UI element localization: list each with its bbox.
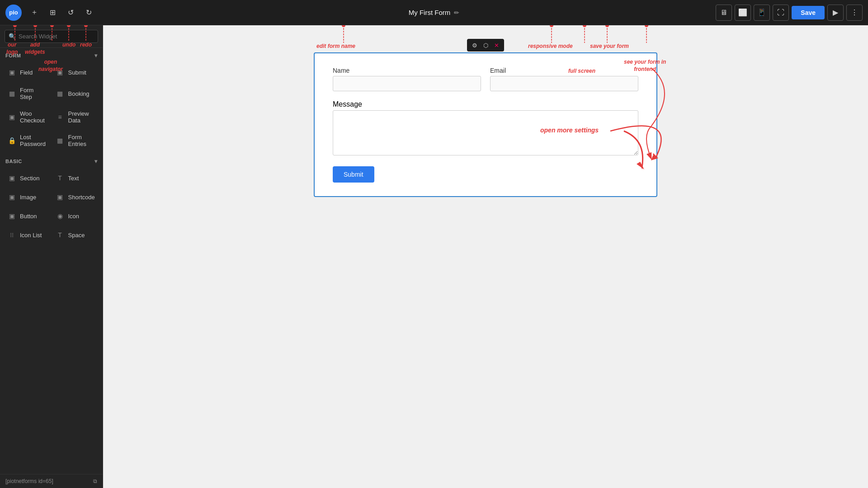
space-widget[interactable]: T Space: [52, 226, 99, 244]
message-label: Message: [333, 100, 362, 108]
message-input[interactable]: [333, 110, 638, 155]
redo-button[interactable]: ↻: [81, 5, 96, 20]
section-widget[interactable]: ▣ Section: [4, 169, 51, 187]
name-input[interactable]: [333, 76, 481, 91]
image-icon: ▣: [7, 192, 16, 202]
submit-icon: ▣: [56, 68, 65, 77]
sidebar-search-area: 🔍: [0, 25, 103, 48]
shortcode-widget[interactable]: ▣ Shortcode: [52, 188, 99, 206]
preview-data-icon: ≡: [56, 113, 65, 122]
fullscreen-button[interactable]: ⛶: [773, 5, 789, 21]
woo-checkout-icon: ▣: [7, 113, 16, 122]
field-label: Field: [20, 69, 33, 76]
email-field: Email: [490, 67, 638, 91]
canvas-area: ⚙ ⬡ ✕ Name Email Message: [103, 25, 868, 488]
icon-list-widget[interactable]: ⁝⁝ Icon List: [4, 226, 51, 244]
form-title-area: My First Form ✏: [409, 9, 459, 16]
shortcode-display: [piotnetforms id=65]: [5, 478, 53, 484]
sidebar: 🔍 FORM ▾ ▣ Field ▣ Submit ▦ Form Step ▦: [0, 25, 103, 488]
topbar: pio ＋ ⊞ ↺ ↻ My First Form ✏ 🖥 ⬜ 📱: [0, 0, 868, 25]
icon-icon: ◉: [56, 211, 65, 221]
copy-icon[interactable]: ⧉: [93, 478, 97, 484]
text-icon: T: [56, 174, 65, 183]
basic-section-label: BASIC: [5, 159, 22, 164]
image-widget[interactable]: ▣ Image: [4, 188, 51, 206]
field-widget[interactable]: ▣ Field: [4, 63, 51, 81]
basic-section-chevron: ▾: [94, 158, 98, 164]
space-icon: T: [56, 230, 65, 239]
tablet-icon: ⬜: [738, 8, 747, 17]
preview-button[interactable]: ▶: [827, 5, 844, 21]
button-label: Button: [20, 213, 37, 220]
search-box[interactable]: 🔍: [5, 30, 98, 43]
more-options-button[interactable]: ⋮: [846, 5, 863, 21]
form-widget-toolbar: ⚙ ⬡ ✕: [467, 39, 504, 52]
form-section-chevron: ▾: [94, 52, 98, 59]
search-input[interactable]: [19, 33, 94, 40]
icon-list-label: Icon List: [20, 232, 42, 239]
booking-widget[interactable]: ▦ Booking: [52, 82, 99, 105]
email-label: Email: [490, 67, 638, 74]
form-entries-widget[interactable]: ▦ Form Entries: [52, 129, 99, 152]
main-layout: 🔍 FORM ▾ ▣ Field ▣ Submit ▦ Form Step ▦: [0, 25, 868, 488]
topbar-right: 🖥 ⬜ 📱 ⛶ Save ▶ ⋮: [716, 5, 863, 21]
tablet-view-button[interactable]: ⬜: [735, 5, 751, 21]
form-entries-icon: ▦: [56, 136, 65, 145]
section-icon: ▣: [7, 174, 16, 183]
close-icon: ✕: [494, 42, 499, 49]
widget-duplicate-button[interactable]: ⬡: [481, 40, 491, 50]
lost-password-widget[interactable]: 🔒 Lost Password: [4, 129, 51, 152]
mobile-view-button[interactable]: 📱: [754, 5, 770, 21]
form-container: Name Email Message Submit: [314, 52, 657, 197]
settings-icon: ⚙: [472, 42, 477, 49]
shortcode-label: Shortcode: [68, 194, 95, 201]
undo-button[interactable]: ↺: [63, 5, 78, 20]
email-input[interactable]: [490, 76, 638, 91]
woo-checkout-widget[interactable]: ▣ Woo Checkout: [4, 106, 51, 128]
basic-section-header[interactable]: BASIC ▾: [0, 154, 103, 167]
topbar-actions: ＋ ⊞ ↺ ↻: [27, 5, 96, 20]
search-icon: 🔍: [9, 33, 16, 40]
sidebar-bottom: [piotnetforms id=65] ⧉: [0, 474, 103, 488]
image-label: Image: [20, 194, 36, 201]
icon-label: Icon: [68, 213, 80, 220]
name-label: Name: [333, 67, 481, 74]
form-step-widget[interactable]: ▦ Form Step: [4, 82, 51, 105]
text-widget[interactable]: T Text: [52, 169, 99, 187]
icon-list-icon: ⁝⁝: [7, 230, 16, 239]
redo-icon: ↻: [86, 8, 92, 17]
save-button[interactable]: Save: [792, 6, 825, 19]
button-icon: ▣: [7, 211, 16, 221]
booking-icon: ▦: [56, 89, 65, 98]
form-step-label: Form Step: [20, 87, 47, 100]
mobile-icon: 📱: [757, 8, 766, 17]
form-section-label: FORM: [5, 53, 21, 58]
plus-icon: ＋: [31, 8, 38, 17]
preview-data-label: Preview Data: [68, 110, 96, 124]
icon-widget[interactable]: ◉ Icon: [52, 207, 99, 225]
add-widget-button[interactable]: ＋: [27, 5, 42, 20]
submit-button[interactable]: Submit: [333, 166, 374, 183]
preview-data-widget[interactable]: ≡ Preview Data: [52, 106, 99, 128]
button-widget[interactable]: ▣ Button: [4, 207, 51, 225]
pio-logo[interactable]: pio: [5, 5, 22, 21]
fullscreen-icon: ⛶: [777, 9, 784, 17]
submit-label: Submit: [68, 69, 86, 76]
booking-label: Booking: [68, 90, 90, 97]
duplicate-icon: ⬡: [483, 42, 488, 49]
desktop-view-button[interactable]: 🖥: [716, 5, 732, 21]
edit-form-name-icon[interactable]: ✏: [454, 9, 459, 16]
layers-button[interactable]: ⊞: [45, 5, 60, 20]
form-section-header[interactable]: FORM ▾: [0, 48, 103, 61]
basic-widget-grid: ▣ Section T Text ▣ Image ▣ Shortcode ▣ B…: [0, 167, 103, 246]
undo-icon: ↺: [68, 8, 74, 17]
message-field-area: Message: [333, 100, 638, 157]
name-field: Name: [333, 67, 481, 91]
widget-close-button[interactable]: ✕: [491, 40, 501, 50]
submit-widget[interactable]: ▣ Submit: [52, 63, 99, 81]
widget-settings-button[interactable]: ⚙: [470, 40, 480, 50]
form-entries-label: Form Entries: [68, 134, 96, 147]
form-step-icon: ▦: [7, 89, 16, 98]
shortcode-icon: ▣: [56, 192, 65, 202]
play-icon: ▶: [833, 8, 838, 17]
